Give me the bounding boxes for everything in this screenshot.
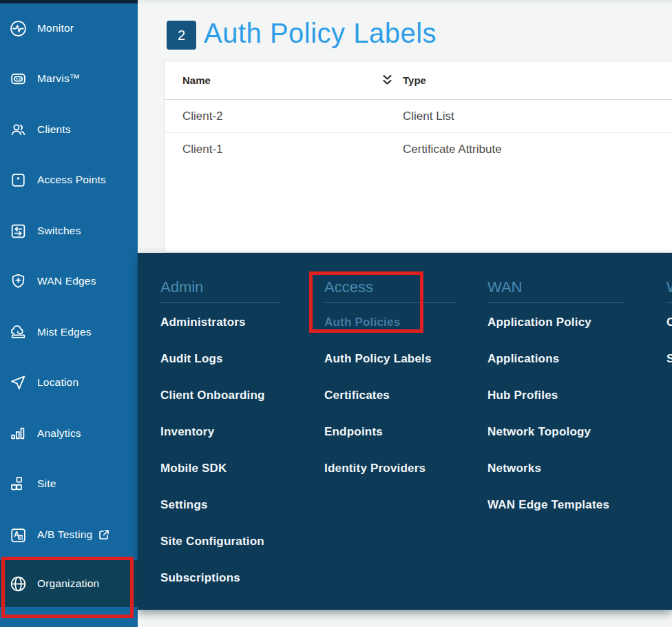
sidebar-item-analytics[interactable]: Analytics [0, 409, 138, 458]
sidebar-item-monitor[interactable]: Monitor [0, 3, 138, 53]
sidebar-item-label: Mist Edges [37, 326, 92, 338]
column-header-type[interactable]: Type [403, 74, 426, 86]
menu-section-title: Admin [160, 278, 203, 296]
section-divider [666, 302, 672, 303]
menu-item-hub-profiles[interactable]: Hub Profiles [487, 388, 558, 403]
menu-item-applications[interactable]: Applications [487, 351, 559, 367]
monitor-icon [9, 19, 28, 38]
count-badge: 2 [167, 21, 196, 50]
menu-item-client-onboarding[interactable]: Client Onboarding [160, 388, 265, 403]
menu-column-partial: W C S [666, 253, 672, 610]
menu-item-identity-providers[interactable]: Identity Providers [324, 461, 426, 476]
sidebar-item-wan-edges[interactable]: WAN Edges [0, 256, 138, 306]
sidebar-item-label: Access Points [37, 174, 106, 186]
page-title: Auth Policy Labels [204, 18, 437, 49]
content-top-strip [138, 0, 672, 4]
table-row[interactable]: Client-1 Certificate Attribute [165, 133, 672, 166]
section-divider [487, 302, 623, 303]
site-icon [9, 475, 28, 493]
wan-edges-icon [9, 272, 28, 291]
menu-item-audit-logs[interactable]: Audit Logs [160, 351, 223, 367]
menu-item-endpoints[interactable]: Endpoints [324, 424, 383, 440]
sidebar-item-label: WAN Edges [37, 275, 96, 287]
auth-policy-labels-table: Name Type Client-2 Client List Client-1 … [164, 61, 672, 253]
mist-console: Monitor Marvis™ Clients Access Points Sw [0, 0, 672, 627]
menu-item-application-policy[interactable]: Application Policy [487, 315, 591, 330]
sidebar-item-switches[interactable]: Switches [0, 206, 138, 256]
ab-testing-icon: AB [9, 526, 28, 544]
switches-icon [9, 222, 28, 240]
external-link-icon [98, 528, 110, 541]
sort-descending-icon[interactable] [381, 74, 395, 86]
mist-edges-icon [9, 323, 28, 342]
table-header-row: Name Type [165, 61, 672, 100]
column-header-name[interactable]: Name [182, 74, 381, 86]
analytics-icon [9, 424, 28, 443]
table-row[interactable]: Client-2 Client List [165, 100, 672, 133]
menu-item-networks[interactable]: Networks [487, 461, 541, 476]
sidebar-item-label: Location [37, 376, 78, 389]
menu-item-certificates[interactable]: Certificates [324, 388, 390, 403]
sidebar-item-location[interactable]: Location [0, 358, 138, 407]
sidebar-item-label: Site [37, 477, 56, 490]
menu-column-admin: Admin Administrators Audit Logs Client O… [160, 253, 315, 610]
sidebar-item-label: A/B Testing [37, 528, 92, 541]
cell-type: Client List [403, 110, 454, 123]
cell-type: Certificate Attribute [403, 143, 502, 156]
sidebar: Monitor Marvis™ Clients Access Points Sw [0, 0, 138, 627]
menu-item-auth-policy-labels[interactable]: Auth Policy Labels [324, 351, 432, 367]
sidebar-item-label: Marvis™ [37, 72, 81, 85]
menu-column-wan: WAN Application Policy Applications Hub … [487, 253, 642, 610]
location-icon [9, 373, 28, 392]
marvis-icon [9, 70, 28, 88]
sidebar-item-label: Monitor [37, 22, 74, 34]
sidebar-item-label: Switches [37, 225, 81, 237]
annotation-box-auth-policies [309, 271, 423, 333]
sidebar-item-access-points[interactable]: Access Points [0, 155, 138, 205]
svg-text:B: B [19, 535, 23, 539]
menu-item-settings[interactable]: Settings [160, 497, 208, 513]
menu-item-partial[interactable]: C [666, 315, 672, 330]
section-divider [160, 302, 280, 303]
access-points-icon [9, 171, 28, 189]
menu-item-inventory[interactable]: Inventory [160, 424, 214, 440]
menu-item-network-topology[interactable]: Network Topology [487, 424, 591, 440]
menu-section-title: W [666, 278, 672, 296]
sidebar-item-marvis[interactable]: Marvis™ [0, 54, 138, 103]
menu-item-mobile-sdk[interactable]: Mobile SDK [160, 461, 227, 476]
menu-item-subscriptions[interactable]: Subscriptions [160, 571, 240, 586]
menu-item-administrators[interactable]: Administrators [160, 315, 246, 330]
menu-item-wan-edge-templates[interactable]: WAN Edge Templates [487, 497, 609, 513]
sidebar-item-site[interactable]: Site [0, 459, 138, 508]
annotation-box-organization [1, 557, 134, 618]
sidebar-item-mist-edges[interactable]: Mist Edges [0, 307, 138, 357]
menu-section-title: WAN [487, 278, 523, 296]
sidebar-item-clients[interactable]: Clients [0, 105, 138, 154]
cell-name: Client-2 [182, 110, 403, 123]
menu-item-partial[interactable]: S [666, 351, 672, 367]
clients-icon [9, 121, 28, 139]
cell-name: Client-1 [182, 143, 403, 156]
menu-item-site-configuration[interactable]: Site Configuration [160, 534, 264, 549]
sidebar-item-label: Analytics [37, 427, 81, 440]
sidebar-item-label: Clients [37, 123, 71, 136]
sidebar-item-ab-testing[interactable]: AB A/B Testing [0, 510, 138, 559]
